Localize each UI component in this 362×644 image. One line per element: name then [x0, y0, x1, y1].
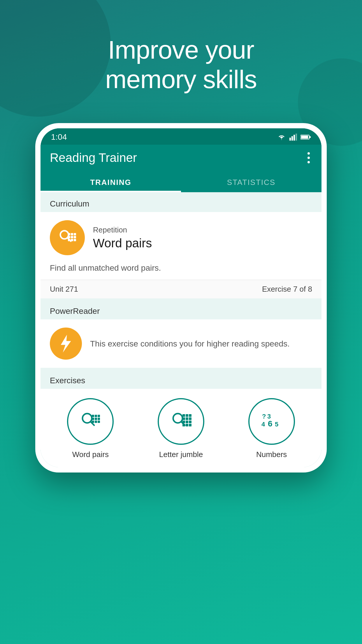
word-pairs-exercise-svg: [77, 408, 103, 435]
svg-rect-9: [68, 233, 70, 235]
exercise-item-letter-jumble[interactable]: Letter jumble: [158, 398, 204, 459]
svg-rect-33: [186, 414, 188, 417]
exercise-item-numbers[interactable]: ? 3 4 6 5 Numbers: [248, 398, 295, 459]
tab-statistics[interactable]: STATISTICS: [181, 171, 321, 192]
curriculum-exercise-card[interactable]: Repetition Word pairs Find all unmatched…: [41, 212, 321, 298]
power-reader-description: This exercise conditions you for higher …: [90, 338, 290, 349]
svg-rect-13: [71, 236, 73, 238]
svg-rect-14: [74, 236, 76, 238]
svg-rect-36: [186, 417, 188, 420]
svg-rect-21: [92, 415, 94, 417]
exercise-footer: Unit 271 Exercise 7 of 8: [41, 280, 321, 298]
exercise-info: Repetition Word pairs: [93, 225, 312, 250]
svg-rect-41: [182, 424, 185, 426]
power-reader-icon: [50, 328, 82, 360]
word-pairs-circle: [67, 398, 114, 445]
svg-rect-34: [189, 414, 191, 417]
wifi-icon: [277, 134, 286, 141]
power-reader-header: PowerReader: [41, 300, 321, 319]
svg-rect-5: [301, 136, 308, 139]
exercises-header: Exercises: [41, 369, 321, 389]
svg-rect-22: [95, 415, 97, 417]
content-area: Curriculum: [41, 192, 321, 467]
svg-marker-18: [61, 335, 71, 353]
exercise-item-word-pairs[interactable]: Word pairs: [67, 398, 114, 459]
status-bar: 1:04: [41, 128, 321, 145]
numbers-svg: ? 3 4 6 5: [259, 408, 285, 435]
app-title: Reading Trainer: [50, 151, 137, 165]
power-reader-section: PowerReader This exercise conditions you…: [41, 300, 321, 368]
svg-rect-1: [291, 136, 293, 141]
svg-rect-2: [294, 135, 295, 141]
svg-text:4: 4: [261, 421, 265, 428]
letter-jumble-svg: [168, 408, 194, 435]
svg-rect-3: [296, 134, 297, 141]
unit-label: Unit 271: [50, 285, 78, 294]
letter-jumble-circle: [158, 398, 204, 445]
exercises-grid: Word pairs: [41, 389, 321, 467]
curriculum-section: Curriculum: [41, 192, 321, 298]
more-options-button[interactable]: [305, 150, 312, 166]
svg-rect-23: [98, 415, 100, 417]
numbers-circle: ? 3 4 6 5: [248, 398, 295, 445]
svg-text:?: ?: [262, 413, 266, 420]
letter-jumble-label: Letter jumble: [159, 450, 203, 459]
svg-text:6: 6: [268, 419, 273, 428]
word-pairs-icon: [50, 220, 85, 255]
signal-icon: [289, 134, 297, 141]
status-icons: [277, 134, 311, 141]
svg-rect-35: [182, 417, 185, 420]
lightning-svg: [57, 333, 75, 354]
svg-rect-37: [189, 417, 191, 420]
word-pairs-label: Word pairs: [72, 450, 109, 459]
tab-bar: TRAINING STATISTICS: [41, 171, 321, 192]
app-bar: Reading Trainer: [41, 145, 321, 171]
svg-rect-24: [92, 418, 94, 420]
svg-rect-10: [71, 233, 73, 235]
exercise-name: Word pairs: [93, 236, 312, 250]
svg-rect-39: [186, 421, 188, 423]
svg-rect-27: [92, 421, 94, 423]
svg-rect-29: [98, 421, 100, 423]
svg-rect-28: [95, 421, 97, 423]
svg-rect-17: [74, 239, 76, 241]
power-reader-card[interactable]: This exercise conditions you for higher …: [41, 319, 321, 368]
exercise-description: Find all unmatched word pairs.: [41, 263, 321, 280]
svg-rect-0: [289, 138, 291, 141]
svg-rect-42: [186, 424, 188, 426]
svg-rect-43: [189, 424, 191, 426]
hero-section: Improve your memory skills: [105, 35, 257, 94]
svg-text:5: 5: [275, 421, 278, 428]
svg-rect-16: [71, 239, 73, 241]
svg-rect-6: [310, 136, 311, 138]
svg-rect-40: [189, 421, 191, 423]
svg-rect-25: [95, 418, 97, 420]
svg-rect-11: [74, 233, 76, 235]
exercise-count: Exercise 7 of 8: [262, 285, 312, 294]
word-pairs-svg: [57, 227, 78, 248]
curriculum-header: Curriculum: [41, 192, 321, 212]
svg-rect-15: [68, 239, 70, 241]
svg-rect-32: [182, 414, 185, 417]
tab-training[interactable]: TRAINING: [41, 171, 181, 192]
status-time: 1:04: [51, 132, 67, 142]
svg-rect-26: [98, 418, 100, 420]
battery-icon: [301, 134, 311, 140]
svg-rect-12: [68, 236, 70, 238]
numbers-label: Numbers: [256, 450, 287, 459]
svg-rect-38: [182, 421, 185, 423]
hero-title: Improve your memory skills: [105, 35, 257, 94]
exercises-section: Exercises: [41, 369, 321, 467]
exercise-category: Repetition: [93, 225, 312, 235]
phone-mockup: 1:04: [35, 123, 327, 473]
